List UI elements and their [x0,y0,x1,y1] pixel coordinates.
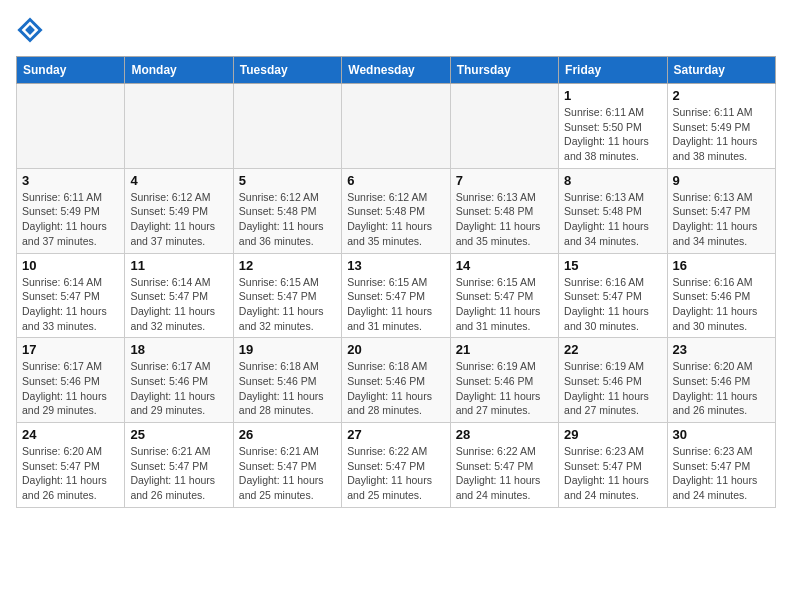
day-number: 17 [22,342,119,357]
weekday-header: Tuesday [233,57,341,84]
day-info: Sunrise: 6:19 AM Sunset: 5:46 PM Dayligh… [564,359,661,418]
day-number: 18 [130,342,227,357]
day-info: Sunrise: 6:12 AM Sunset: 5:48 PM Dayligh… [347,190,444,249]
day-info: Sunrise: 6:12 AM Sunset: 5:48 PM Dayligh… [239,190,336,249]
calendar-day-cell: 2Sunrise: 6:11 AM Sunset: 5:49 PM Daylig… [667,84,775,169]
calendar-day-cell [17,84,125,169]
day-info: Sunrise: 6:14 AM Sunset: 5:47 PM Dayligh… [22,275,119,334]
day-number: 7 [456,173,553,188]
day-number: 29 [564,427,661,442]
calendar-day-cell: 19Sunrise: 6:18 AM Sunset: 5:46 PM Dayli… [233,338,341,423]
day-info: Sunrise: 6:13 AM Sunset: 5:48 PM Dayligh… [564,190,661,249]
day-info: Sunrise: 6:13 AM Sunset: 5:48 PM Dayligh… [456,190,553,249]
day-number: 22 [564,342,661,357]
day-number: 9 [673,173,770,188]
day-info: Sunrise: 6:21 AM Sunset: 5:47 PM Dayligh… [239,444,336,503]
day-number: 5 [239,173,336,188]
day-number: 3 [22,173,119,188]
day-info: Sunrise: 6:11 AM Sunset: 5:49 PM Dayligh… [22,190,119,249]
calendar-day-cell [450,84,558,169]
day-number: 28 [456,427,553,442]
day-number: 20 [347,342,444,357]
calendar-day-cell: 22Sunrise: 6:19 AM Sunset: 5:46 PM Dayli… [559,338,667,423]
calendar-day-cell: 30Sunrise: 6:23 AM Sunset: 5:47 PM Dayli… [667,423,775,508]
calendar-week-row: 3Sunrise: 6:11 AM Sunset: 5:49 PM Daylig… [17,168,776,253]
calendar-day-cell: 17Sunrise: 6:17 AM Sunset: 5:46 PM Dayli… [17,338,125,423]
day-info: Sunrise: 6:18 AM Sunset: 5:46 PM Dayligh… [347,359,444,418]
day-number: 30 [673,427,770,442]
weekday-header: Saturday [667,57,775,84]
day-number: 14 [456,258,553,273]
calendar-day-cell [125,84,233,169]
day-info: Sunrise: 6:20 AM Sunset: 5:47 PM Dayligh… [22,444,119,503]
weekday-header: Friday [559,57,667,84]
day-number: 15 [564,258,661,273]
calendar-day-cell: 4Sunrise: 6:12 AM Sunset: 5:49 PM Daylig… [125,168,233,253]
day-number: 25 [130,427,227,442]
calendar-day-cell: 18Sunrise: 6:17 AM Sunset: 5:46 PM Dayli… [125,338,233,423]
header [16,16,776,44]
day-info: Sunrise: 6:22 AM Sunset: 5:47 PM Dayligh… [347,444,444,503]
calendar-day-cell [233,84,341,169]
weekday-header: Thursday [450,57,558,84]
logo-icon [16,16,44,44]
calendar-header-row: SundayMondayTuesdayWednesdayThursdayFrid… [17,57,776,84]
day-info: Sunrise: 6:16 AM Sunset: 5:47 PM Dayligh… [564,275,661,334]
calendar-day-cell: 14Sunrise: 6:15 AM Sunset: 5:47 PM Dayli… [450,253,558,338]
calendar-week-row: 17Sunrise: 6:17 AM Sunset: 5:46 PM Dayli… [17,338,776,423]
day-number: 13 [347,258,444,273]
day-number: 21 [456,342,553,357]
day-info: Sunrise: 6:22 AM Sunset: 5:47 PM Dayligh… [456,444,553,503]
calendar-day-cell: 5Sunrise: 6:12 AM Sunset: 5:48 PM Daylig… [233,168,341,253]
calendar-week-row: 1Sunrise: 6:11 AM Sunset: 5:50 PM Daylig… [17,84,776,169]
day-number: 8 [564,173,661,188]
day-number: 16 [673,258,770,273]
day-info: Sunrise: 6:23 AM Sunset: 5:47 PM Dayligh… [564,444,661,503]
calendar-week-row: 10Sunrise: 6:14 AM Sunset: 5:47 PM Dayli… [17,253,776,338]
day-info: Sunrise: 6:13 AM Sunset: 5:47 PM Dayligh… [673,190,770,249]
calendar-day-cell: 25Sunrise: 6:21 AM Sunset: 5:47 PM Dayli… [125,423,233,508]
calendar-day-cell: 27Sunrise: 6:22 AM Sunset: 5:47 PM Dayli… [342,423,450,508]
calendar-day-cell: 1Sunrise: 6:11 AM Sunset: 5:50 PM Daylig… [559,84,667,169]
calendar-day-cell [342,84,450,169]
weekday-header: Monday [125,57,233,84]
day-info: Sunrise: 6:19 AM Sunset: 5:46 PM Dayligh… [456,359,553,418]
calendar-day-cell: 6Sunrise: 6:12 AM Sunset: 5:48 PM Daylig… [342,168,450,253]
calendar-day-cell: 7Sunrise: 6:13 AM Sunset: 5:48 PM Daylig… [450,168,558,253]
day-info: Sunrise: 6:12 AM Sunset: 5:49 PM Dayligh… [130,190,227,249]
day-number: 6 [347,173,444,188]
day-info: Sunrise: 6:18 AM Sunset: 5:46 PM Dayligh… [239,359,336,418]
calendar-day-cell: 28Sunrise: 6:22 AM Sunset: 5:47 PM Dayli… [450,423,558,508]
day-info: Sunrise: 6:17 AM Sunset: 5:46 PM Dayligh… [130,359,227,418]
calendar-day-cell: 23Sunrise: 6:20 AM Sunset: 5:46 PM Dayli… [667,338,775,423]
calendar-day-cell: 8Sunrise: 6:13 AM Sunset: 5:48 PM Daylig… [559,168,667,253]
weekday-header: Wednesday [342,57,450,84]
day-number: 2 [673,88,770,103]
day-info: Sunrise: 6:15 AM Sunset: 5:47 PM Dayligh… [456,275,553,334]
day-number: 11 [130,258,227,273]
calendar-day-cell: 9Sunrise: 6:13 AM Sunset: 5:47 PM Daylig… [667,168,775,253]
day-info: Sunrise: 6:23 AM Sunset: 5:47 PM Dayligh… [673,444,770,503]
calendar-day-cell: 29Sunrise: 6:23 AM Sunset: 5:47 PM Dayli… [559,423,667,508]
calendar-day-cell: 21Sunrise: 6:19 AM Sunset: 5:46 PM Dayli… [450,338,558,423]
day-number: 24 [22,427,119,442]
calendar-day-cell: 3Sunrise: 6:11 AM Sunset: 5:49 PM Daylig… [17,168,125,253]
day-info: Sunrise: 6:14 AM Sunset: 5:47 PM Dayligh… [130,275,227,334]
day-info: Sunrise: 6:17 AM Sunset: 5:46 PM Dayligh… [22,359,119,418]
weekday-header: Sunday [17,57,125,84]
day-info: Sunrise: 6:21 AM Sunset: 5:47 PM Dayligh… [130,444,227,503]
calendar-week-row: 24Sunrise: 6:20 AM Sunset: 5:47 PM Dayli… [17,423,776,508]
logo [16,16,46,44]
day-number: 26 [239,427,336,442]
day-info: Sunrise: 6:11 AM Sunset: 5:49 PM Dayligh… [673,105,770,164]
day-info: Sunrise: 6:11 AM Sunset: 5:50 PM Dayligh… [564,105,661,164]
day-number: 12 [239,258,336,273]
calendar-day-cell: 10Sunrise: 6:14 AM Sunset: 5:47 PM Dayli… [17,253,125,338]
day-number: 4 [130,173,227,188]
calendar-day-cell: 15Sunrise: 6:16 AM Sunset: 5:47 PM Dayli… [559,253,667,338]
day-number: 23 [673,342,770,357]
calendar-day-cell: 20Sunrise: 6:18 AM Sunset: 5:46 PM Dayli… [342,338,450,423]
day-number: 19 [239,342,336,357]
day-number: 1 [564,88,661,103]
calendar-day-cell: 12Sunrise: 6:15 AM Sunset: 5:47 PM Dayli… [233,253,341,338]
